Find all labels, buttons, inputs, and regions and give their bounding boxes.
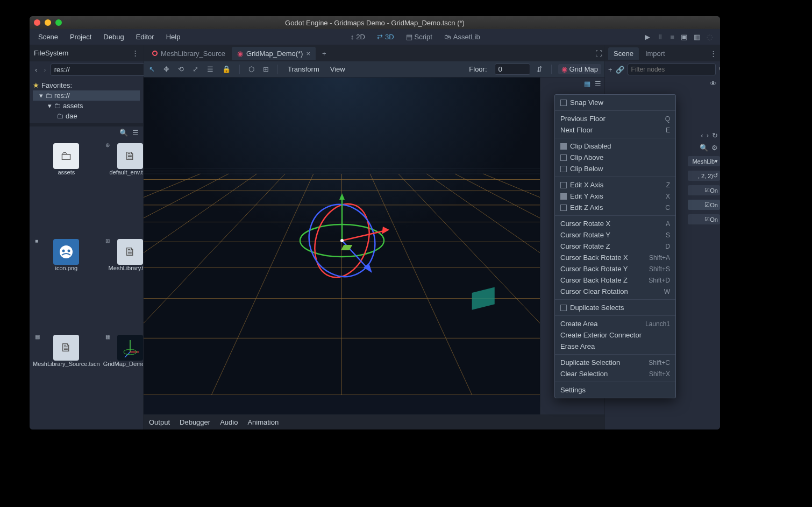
ws-assetlib[interactable]: 🛍AssetLib [440, 31, 485, 43]
transform-menu[interactable]: Transform [284, 65, 323, 73]
dropdown-item[interactable]: Clear SelectionShift+X [555, 368, 675, 379]
tree-assets[interactable]: ▾🗀assets [33, 101, 140, 111]
file-item[interactable]: ▦🗎MeshLibrary_Source.tscn [32, 333, 101, 427]
list-view-icon[interactable]: ☰ [595, 80, 601, 88]
history-icon[interactable]: ↻ [712, 131, 718, 139]
tab-output[interactable]: Output [149, 418, 170, 426]
dropdown-item[interactable]: Cursor Rotate ZD [555, 241, 675, 252]
tab-meshlib-source[interactable]: MeshLibrary_Source [147, 47, 231, 60]
floor-input[interactable] [495, 64, 530, 75]
list-tool-icon[interactable]: ☰ [205, 64, 216, 74]
meshlib-field[interactable]: MeshLib ▾ [688, 156, 720, 166]
dropdown-item[interactable]: Cursor Rotate XA [555, 218, 675, 229]
dropdown-item[interactable]: Cursor Clear RotationW [555, 286, 675, 297]
search-icon[interactable]: 🔍 [119, 129, 128, 137]
stop-icon[interactable]: ■ [670, 33, 674, 41]
nav-fwd-icon[interactable]: › [41, 65, 48, 75]
dropdown-item[interactable]: Edit Z AxisC [555, 202, 675, 213]
lock-tool-icon[interactable]: 🔒 [220, 64, 233, 74]
minimize-icon[interactable] [45, 19, 51, 26]
grid-view-icon[interactable]: ▦ [584, 80, 590, 88]
new-tab-button[interactable]: + [317, 47, 332, 60]
dropdown-item[interactable]: Duplicate Selects [555, 302, 675, 313]
snap-icon[interactable]: ⊞ [261, 64, 271, 74]
3d-viewport[interactable]: [ Perspective ] [144, 78, 540, 414]
dropdown-item[interactable]: Edit X AxisZ [555, 179, 675, 191]
file-item[interactable]: ⊞🗎MeshLibrary.tres [102, 237, 143, 332]
select-tool-icon[interactable]: ↖ [147, 64, 157, 74]
tree-favorites[interactable]: ★Favorites: [33, 80, 140, 90]
view-mode-icon[interactable]: ☰ [132, 129, 139, 137]
floor-spinner-icon[interactable]: ⇵ [535, 64, 545, 74]
tab-debugger[interactable]: Debugger [180, 418, 210, 426]
dropdown-item[interactable]: Snap View [555, 97, 675, 108]
menu-project[interactable]: Project [65, 31, 97, 43]
play-icon[interactable]: ▶ [645, 33, 650, 41]
nav-back-icon[interactable]: ‹ [33, 65, 39, 75]
tab-import[interactable]: Import [640, 47, 671, 60]
tab-gridmap-demo[interactable]: ◉GridMap_Demo(*)× [232, 47, 316, 60]
dropdown-item[interactable]: Cursor Back Rotate ZShift+D [555, 274, 675, 286]
dropdown-item[interactable]: Cursor Rotate YS [555, 229, 675, 241]
file-item[interactable]: 🗀assets [32, 141, 101, 236]
file-item[interactable]: ■icon.png [32, 237, 101, 332]
dropdown-item[interactable]: Clip Above [555, 152, 675, 163]
dropdown-item[interactable]: Create AreaLaunch1 [555, 318, 675, 329]
close-icon[interactable]: × [306, 50, 310, 58]
zoom-icon[interactable] [55, 19, 62, 26]
ws-2d[interactable]: ↕2D [346, 31, 369, 43]
path-input[interactable] [51, 64, 148, 76]
dropdown-item[interactable]: Erase Area [555, 341, 675, 352]
move-tool-icon[interactable]: ✥ [161, 64, 172, 74]
tree-dae[interactable]: 🗀dae [33, 111, 140, 121]
distraction-free-icon[interactable]: ⛶ [593, 48, 604, 59]
menu-debug[interactable]: Debug [98, 31, 129, 43]
ws-3d[interactable]: ⇄3D [373, 31, 398, 43]
settings-icon[interactable]: ⚙ [711, 144, 718, 152]
menu-editor[interactable]: Editor [131, 31, 160, 43]
dock-menu-icon[interactable]: ⋮ [132, 49, 139, 57]
gridmap-menu-button[interactable]: ◉Grid Map [558, 64, 601, 74]
dropdown-item[interactable]: Edit Y AxisX [555, 191, 675, 202]
transform-gizmo[interactable] [288, 187, 396, 294]
close-icon[interactable] [34, 19, 40, 26]
toggle-on[interactable]: ☑ On [688, 214, 720, 224]
play-scene-icon[interactable]: ▣ [681, 33, 687, 41]
dropdown-item[interactable]: Create Exterior Connector [555, 329, 675, 341]
file-item[interactable]: ▦GridMap_Demo.tscn [102, 333, 143, 427]
rotate-tool-icon[interactable]: ⟲ [176, 64, 186, 74]
dropdown-item[interactable]: Duplicate SelectionShift+C [555, 357, 675, 368]
filter-nodes-input[interactable] [628, 64, 716, 75]
ws-script[interactable]: ▤Script [402, 31, 437, 43]
dropdown-item[interactable]: Next FloorE [555, 124, 675, 136]
dropdown-item[interactable]: Clip Below [555, 163, 675, 174]
cell-size-field[interactable]: , 2, 2) ↺ [688, 171, 720, 181]
toggle-on[interactable]: ☑ On [688, 200, 720, 210]
menu-scene[interactable]: Scene [33, 31, 63, 43]
play-custom-icon[interactable]: ▥ [694, 33, 700, 41]
dropdown-item[interactable]: Previous FloorQ [555, 113, 675, 124]
dock-menu-icon[interactable]: ⋮ [710, 50, 717, 58]
search-icon[interactable]: 🔍 [719, 66, 720, 74]
scale-tool-icon[interactable]: ⤢ [190, 64, 201, 74]
search-icon[interactable]: 🔍 [700, 144, 708, 152]
tab-animation[interactable]: Animation [247, 418, 279, 426]
dropdown-item[interactable]: Cursor Back Rotate YShift+S [555, 263, 675, 274]
tab-audio[interactable]: Audio [220, 418, 238, 426]
dropdown-item[interactable]: Settings [555, 384, 675, 396]
dropdown-item[interactable]: Clip Disabled [555, 140, 675, 152]
nav-fwd-icon[interactable]: › [707, 131, 709, 139]
visibility-icon[interactable]: 👁 [710, 80, 717, 88]
menu-help[interactable]: Help [161, 31, 186, 43]
nav-back-icon[interactable]: ‹ [701, 131, 703, 139]
toggle-on[interactable]: ☑ On [688, 185, 720, 195]
file-item[interactable]: ⊕🗎default_env.tres [102, 141, 143, 236]
pause-icon[interactable]: ⏸ [657, 33, 664, 41]
tree-root[interactable]: ▾🗀res:// [33, 90, 140, 101]
local-icon[interactable]: ⬡ [246, 64, 257, 74]
add-node-icon[interactable]: + [608, 66, 612, 74]
view-menu[interactable]: View [327, 65, 348, 73]
dropdown-item[interactable]: Cursor Back Rotate XShift+A [555, 252, 675, 263]
tab-scene[interactable]: Scene [608, 47, 639, 60]
scene-tree[interactable]: 👁 [605, 78, 720, 90]
